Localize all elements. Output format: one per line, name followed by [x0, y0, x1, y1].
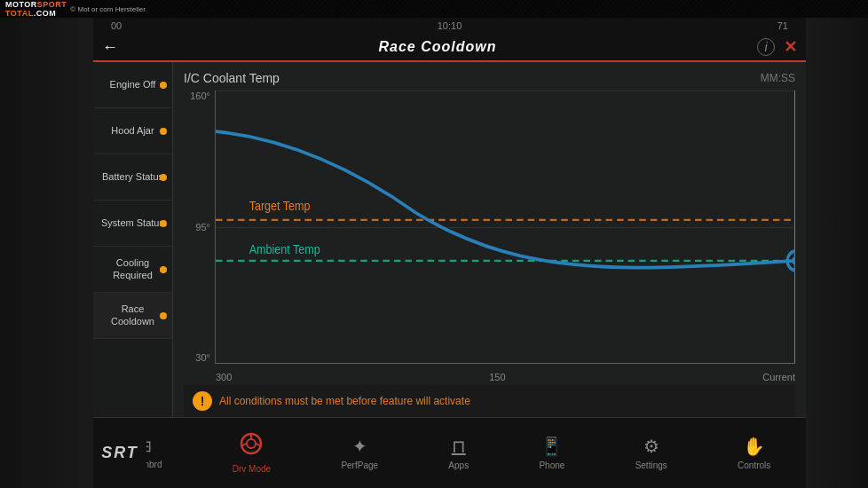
- perfpage-icon: ✦: [352, 436, 367, 457]
- phone-icon: 📱: [541, 436, 563, 457]
- sidebar-item-system-status[interactable]: System Status: [93, 201, 172, 247]
- header-icons: i ✕: [757, 37, 797, 57]
- nav-label-apps: Apps: [448, 460, 469, 470]
- warning-bar: ! All conditions must be met before feat…: [184, 385, 795, 417]
- indicator-race-cooldown: [160, 312, 167, 319]
- apps-icon: ⊓: [452, 436, 466, 457]
- back-button[interactable]: ←: [102, 38, 118, 57]
- nav-label-drv-mode: Drv Mode: [233, 464, 271, 474]
- left-panel: [0, 18, 93, 488]
- close-button[interactable]: ✕: [784, 37, 797, 57]
- copyright-text: © Mot or com Hersteller: [70, 5, 146, 13]
- nav-item-drv-mode[interactable]: Drv Mode: [224, 427, 280, 479]
- x-label-150: 150: [489, 372, 505, 382]
- srt-logo: SRT: [101, 444, 138, 462]
- sidebar-item-engine-off[interactable]: Engine Off: [93, 62, 172, 108]
- nav-bar: ⊟ Dashbrd Drv Mode ✦ PerfPage ⊓ Apps 📱 P…: [93, 417, 806, 488]
- nav-label-controls: Controls: [738, 460, 770, 470]
- chart-wrapper: 160° 95° 30° 300 150 Current: [215, 91, 795, 364]
- grid-line-bottom: [216, 363, 795, 364]
- indicator-system-status: [160, 220, 167, 227]
- info-button[interactable]: i: [757, 38, 775, 56]
- content-area: Engine Off Hood Ajar Battery Status Syst…: [93, 62, 806, 417]
- motorsport-logo: MOTORSPORT TOTAL.COM: [5, 0, 67, 18]
- chart-header: I/C Coolant Temp MM:SS: [184, 71, 795, 85]
- settings-icon: ⚙: [643, 436, 659, 457]
- nav-label-perfpage: PerfPage: [341, 460, 378, 470]
- x-label-300: 300: [216, 372, 232, 382]
- srt-logo-container: SRT: [93, 417, 146, 488]
- sidebar-item-cooling-required[interactable]: Cooling Required: [93, 247, 172, 293]
- sidebar-item-hood-ajar[interactable]: Hood Ajar: [93, 108, 172, 154]
- indicator-hood-ajar: [160, 128, 167, 135]
- status-center: 10:10: [438, 20, 462, 31]
- sidebar: Engine Off Hood Ajar Battery Status Syst…: [93, 62, 173, 417]
- indicator-engine-off: [160, 82, 167, 89]
- nav-item-phone[interactable]: 📱 Phone: [530, 430, 573, 476]
- svg-text:Target Temp: Target Temp: [249, 198, 311, 214]
- y-label-160: 160°: [182, 91, 210, 101]
- chart-area: I/C Coolant Temp MM:SS 160° 95° 30° 300 …: [173, 62, 806, 417]
- indicator-battery-status: [160, 174, 167, 181]
- warning-text: All conditions must be met before featur…: [219, 395, 470, 407]
- header-bar: ← Race Cooldown i ✕: [93, 34, 806, 62]
- top-status-bar: 00 10:10 71: [93, 18, 806, 34]
- chart-svg: Target Temp Ambient Temp: [216, 91, 795, 363]
- warning-icon: !: [193, 391, 212, 411]
- status-left: 00: [111, 20, 122, 31]
- sidebar-item-race-cooldown[interactable]: Race Cooldown: [93, 293, 172, 339]
- controls-icon: ✋: [743, 436, 765, 457]
- x-axis: 300 150 Current: [216, 372, 795, 382]
- y-label-30: 30°: [182, 352, 210, 363]
- y-label-95: 95°: [182, 222, 210, 232]
- nav-item-settings[interactable]: ⚙ Settings: [627, 430, 676, 476]
- nav-label-phone: Phone: [539, 460, 564, 470]
- svg-point-7: [247, 439, 256, 448]
- x-label-current: Current: [762, 372, 795, 382]
- drv-mode-icon: [240, 432, 263, 460]
- chart-unit: MM:SS: [761, 72, 795, 84]
- sidebar-item-battery-status[interactable]: Battery Status: [93, 154, 172, 201]
- nav-item-apps[interactable]: ⊓ Apps: [439, 430, 477, 476]
- watermark-bar: MOTORSPORT TOTAL.COM © Mot or com Herste…: [0, 0, 868, 18]
- chart-title: I/C Coolant Temp: [184, 71, 280, 85]
- nav-item-perfpage[interactable]: ✦ PerfPage: [332, 430, 387, 476]
- right-panel: [806, 18, 868, 488]
- page-title: Race Cooldown: [378, 39, 496, 55]
- y-axis: 160° 95° 30°: [182, 91, 210, 363]
- nav-item-controls[interactable]: ✋ Controls: [729, 430, 779, 476]
- status-right: 71: [777, 20, 788, 31]
- indicator-cooling-required: [160, 266, 167, 273]
- nav-label-settings: Settings: [635, 460, 667, 470]
- svg-point-3: [792, 256, 795, 264]
- main-screen: ← Race Cooldown i ✕ Engine Off Hood Ajar…: [93, 34, 806, 417]
- svg-text:Ambient Temp: Ambient Temp: [249, 241, 320, 257]
